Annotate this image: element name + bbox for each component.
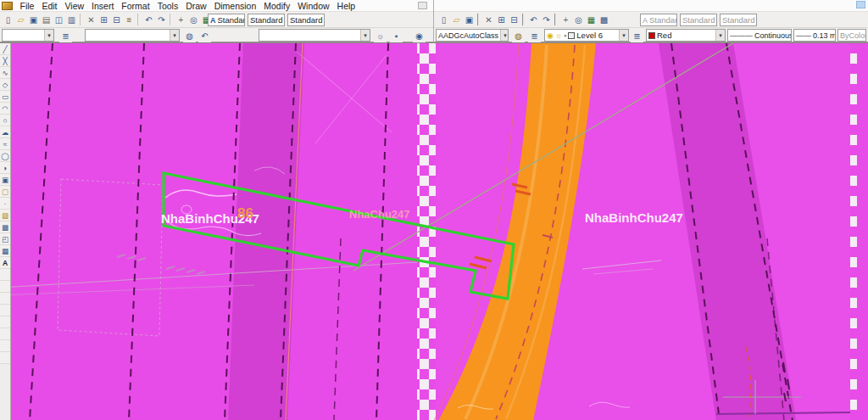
point-tool-button[interactable]: · [0,198,10,210]
toolbar-grip[interactable] [522,14,526,25]
dim-style-combo-right[interactable]: Standard ▾ [680,14,717,26]
copy-button-right[interactable]: ⊞ [495,13,508,26]
spline-tool-button[interactable]: ≈ [0,138,10,150]
make-object-layer-current-button[interactable]: ≣ [631,29,643,42]
text-style-combo-right[interactable]: A Standard ▾ [640,14,677,26]
rectangle-tool-button[interactable]: ▭ [0,91,10,103]
plot-style-value: ByColor [840,31,866,40]
child-window-restore-button[interactable] [418,2,427,9]
layer-combo[interactable]: ◉ ☼ ▪ Level 6 ▾ [544,29,629,42]
ellipse-tool-button[interactable]: ◯ [0,150,10,162]
chevron-down-icon[interactable]: ▾ [170,30,179,41]
toolbar-grip[interactable] [554,14,558,25]
layer-freeze-button[interactable]: ▪ [390,29,403,42]
plot-preview-button[interactable]: ◫ [53,13,65,26]
menu-modify[interactable]: Modify [260,1,294,11]
hatch-tool-button[interactable]: ▨ [0,210,10,221]
properties-combo-left[interactable]: ▾ [259,29,370,42]
open-button[interactable]: ▱ [14,13,27,26]
table-style-combo[interactable]: Standard ▾ [287,14,325,26]
chevron-down-icon[interactable]: ▾ [44,30,53,41]
menu-dimension[interactable]: Dimension [210,1,260,11]
tool-palettes-button[interactable]: ▩ [598,13,610,26]
layer-on-button[interactable]: ☼ [374,29,387,42]
undo-button-right[interactable]: ↶ [527,13,540,26]
color-combo[interactable]: Red ▾ [646,29,726,42]
properties-button-right[interactable]: ▦ [585,13,598,26]
menu-insert[interactable]: Insert [88,1,118,11]
dim-style-combo[interactable]: Standard ▾ [248,14,285,26]
menu-tools[interactable]: Tools [153,1,182,11]
layer-bulb-button[interactable]: ◉ [413,29,426,42]
drawing-canvas-area[interactable]: ╱ ╳ ∿ ◇ ▭ ◠ ○ ☁ ≈ ◯ ◗ ▣ ▢ · ▨ ▩ ◰ ▦ A [0,42,868,420]
polyline-tool-button[interactable]: ∿ [0,67,10,79]
plot-button[interactable]: ▤ [40,13,53,26]
undo-icon: ↶ [530,15,537,25]
chevron-down-icon[interactable]: ▾ [500,30,509,41]
window-control-icon[interactable] [856,1,865,8]
undo-button[interactable]: ↶ [142,13,155,26]
ellipse-arc-tool-button[interactable]: ◗ [0,162,10,174]
menu-window[interactable]: Window [294,1,333,11]
cut-button[interactable]: ✕ [85,13,97,26]
zoom-window-button[interactable]: ◎ [187,13,200,26]
text-style-icon: A [643,16,648,25]
right-edge-checker [850,43,857,420]
menu-file[interactable]: File [16,1,38,11]
make-layer-current-button[interactable]: ◍ [183,29,196,42]
new-button-right[interactable]: ▯ [437,13,450,26]
revision-cloud-tool-button[interactable]: ☁ [0,126,10,138]
menu-edit[interactable]: Edit [38,1,61,11]
paste-button-right[interactable]: ⊟ [508,13,520,26]
new-button[interactable]: ▯ [2,13,14,26]
publish-button[interactable]: ▥ [65,13,78,26]
multiline-text-tool-button[interactable]: A [0,257,10,269]
layer-filter-combo-left[interactable]: ▾ [2,29,54,42]
polygon-tool-button[interactable]: ◇ [0,79,10,91]
open-button-right[interactable]: ▱ [450,13,463,26]
menu-draw[interactable]: Draw [182,1,211,11]
linetype-combo[interactable]: ——— Continuous ▾ [727,29,792,42]
plot-style-combo[interactable]: ByColor [837,29,866,42]
layer-combo-left[interactable]: ▾ [85,29,180,42]
chevron-down-icon[interactable]: ▾ [360,30,370,41]
redo-button[interactable]: ↷ [155,13,168,26]
redo-button-right[interactable]: ↷ [540,13,553,26]
region-tool-button[interactable]: ◰ [0,233,10,245]
construction-line-tool-button[interactable]: ╳ [0,55,10,67]
zoom-window-button-right[interactable]: ◎ [572,13,585,26]
menu-view[interactable]: View [61,1,88,11]
layer-previous-button[interactable]: ↶ [198,29,211,42]
pan-button[interactable]: + [175,13,187,26]
layer-properties-button-left[interactable]: ≣ [59,29,72,42]
chevron-down-icon[interactable]: ▾ [619,30,628,41]
empty-tool-button [0,305,10,316]
toolbar-separator [170,14,173,25]
save-button[interactable]: ▣ [27,13,40,26]
make-block-tool-button[interactable]: ▢ [0,186,10,198]
match-properties-button[interactable]: ≡ [123,13,136,26]
chevron-down-icon[interactable]: ▾ [715,30,725,41]
layer-properties-button[interactable]: ◍ [512,29,525,42]
circle-tool-button[interactable]: ○ [0,115,10,126]
layer-properties-icon: ◍ [515,31,522,41]
arc-tool-button[interactable]: ◠ [0,103,10,115]
table-tool-button[interactable]: ▦ [0,245,10,257]
paste-button[interactable]: ⊟ [110,13,123,26]
menu-format[interactable]: Format [118,1,153,11]
table-style-combo-right[interactable]: Standard ▾ [720,14,757,26]
save-button-right[interactable]: ▣ [463,13,476,26]
toolbar-grip[interactable] [477,14,481,25]
copy-button[interactable]: ⊞ [97,13,110,26]
text-style-combo[interactable]: A Standard ▾ [208,14,245,26]
layer-filter-combo[interactable]: AADGcAutoClass ▾ [436,29,509,42]
map-drawing[interactable]: NhaBinhChu247 86 NhaChu247 NhaBinhChu247 [0,43,857,420]
cut-button-right[interactable]: ✕ [482,13,495,26]
layer-states-button[interactable]: ≣ [528,29,541,42]
lineweight-combo[interactable]: —— 0.13 mm [793,29,836,42]
insert-block-tool-button[interactable]: ▣ [0,174,10,186]
pan-button-right[interactable]: + [559,13,572,26]
line-tool-button[interactable]: ╱ [0,43,10,55]
menu-help[interactable]: Help [333,1,359,11]
gradient-tool-button[interactable]: ▩ [0,221,10,233]
